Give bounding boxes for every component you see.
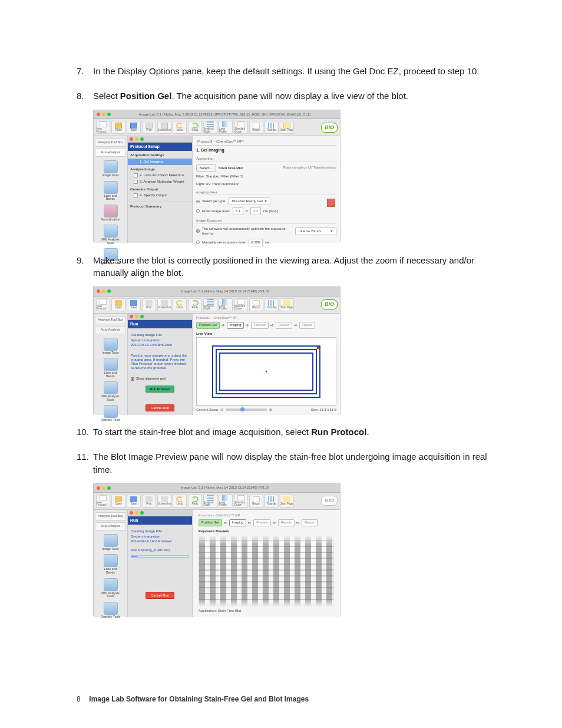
close-icon[interactable] (130, 315, 133, 318)
screenshot-button[interactable]: Screenshot (157, 121, 171, 134)
quantity-tools-button[interactable]: Quantity Tools (101, 405, 121, 422)
undo-button[interactable]: Undo (173, 121, 187, 134)
summary-section[interactable]: Protocol Summary (128, 202, 192, 210)
lane-profile-button[interactable]: Lane Profile (219, 495, 233, 508)
zoom-icon[interactable] (140, 137, 144, 141)
height-input[interactable]: 7.1 (250, 207, 261, 215)
start-page-button[interactable]: Start Page (280, 298, 294, 311)
new-protocol-button[interactable]: New Protocol (96, 495, 110, 508)
crop-handle-icon[interactable] (317, 347, 319, 349)
standard-curve-button[interactable]: Standard Curve (234, 298, 248, 311)
lane-bands-button[interactable]: Lane and Bands (101, 358, 121, 378)
mw-analysis-button[interactable]: MW Analysis Tools (101, 381, 121, 401)
zoom-icon[interactable] (140, 315, 144, 318)
zoom-icon[interactable] (140, 511, 144, 515)
mw-analysis-button[interactable]: MW Analysis Tools (101, 225, 121, 245)
report-button[interactable]: Report (249, 298, 263, 311)
image-tools-button[interactable]: Image Tools (101, 534, 121, 551)
image-tools-button[interactable]: Image Tools (101, 338, 121, 355)
print-button[interactable]: Print (142, 121, 156, 134)
analysis-table-button[interactable]: Analysis Table (203, 121, 217, 134)
analysis-table-button[interactable]: Analysis Table (203, 298, 217, 311)
report-button[interactable]: Report (302, 519, 318, 526)
zoom-slider[interactable] (226, 409, 267, 411)
exposure-time-input[interactable]: 0.500 (249, 239, 263, 246)
position-gel-button[interactable]: Position Gel (199, 519, 222, 526)
radio-auto-exposure[interactable] (196, 229, 200, 233)
new-protocol-button[interactable]: New Protocol (96, 298, 110, 311)
zoom-icon[interactable] (107, 113, 111, 116)
lane-bands-button[interactable]: Lane and Bands (101, 181, 121, 201)
save-button[interactable]: Save (127, 495, 141, 508)
show-grid-checkbox[interactable] (131, 377, 134, 381)
undo-button[interactable]: Undo (173, 495, 187, 508)
blot-crop-frame[interactable] (212, 345, 320, 398)
screenshot-button[interactable]: Screenshot (157, 298, 171, 311)
step-gel-imaging[interactable]: 1. Gel Imaging (128, 159, 192, 165)
minimize-icon[interactable] (135, 511, 138, 515)
analysis-table-button[interactable]: Analysis Table (203, 495, 217, 508)
exposure-mode-select[interactable]: Intense Bands (295, 228, 336, 235)
radio-enter-area[interactable] (196, 209, 200, 213)
mw-analysis-button[interactable]: MW Analysis Tools (101, 578, 121, 598)
lane-profile-button[interactable]: Lane Profile (219, 121, 233, 134)
slider-thumb-icon[interactable] (240, 407, 244, 411)
select-application-button[interactable]: Select... (196, 164, 216, 172)
results-button[interactable]: Results (278, 519, 295, 526)
close-icon[interactable] (130, 511, 133, 515)
imaging-button[interactable]: Imaging (229, 519, 247, 526)
print-button[interactable]: Print (142, 298, 156, 311)
minimize-icon[interactable] (102, 289, 105, 293)
image-tools-button[interactable]: Image Tools (101, 160, 121, 177)
radio-select-gel[interactable] (196, 200, 200, 203)
start-page-button[interactable]: Start Page (280, 121, 294, 134)
open-button[interactable]: Open (111, 298, 125, 311)
tutorials-button[interactable]: Tutorials (265, 495, 279, 508)
auto-analysis-button[interactable]: Auto-Analysis (95, 522, 126, 531)
standard-curve-button[interactable]: Standard Curve (234, 121, 248, 134)
results-button[interactable]: Results (276, 322, 292, 329)
new-protocol-button[interactable]: New Protocol (96, 121, 110, 134)
zoom-icon[interactable] (107, 486, 111, 490)
zoom-out-icon[interactable]: ⊖ (220, 407, 223, 412)
minimize-icon[interactable] (135, 315, 138, 318)
live-view-canvas[interactable] (196, 337, 336, 406)
zoom-in-icon[interactable]: ⊕ (269, 407, 272, 412)
standard-curve-button[interactable]: Standard Curve (234, 495, 248, 508)
gel-type-select[interactable]: Bio-Rad Ready Gel (229, 197, 270, 205)
redo-button[interactable]: Redo (188, 495, 202, 508)
start-page-button[interactable]: Start Page (280, 495, 294, 508)
normalization-button[interactable]: Normalization (101, 205, 121, 222)
report-button[interactable]: Report (299, 322, 315, 329)
step-mw[interactable]: 3. Analyze Molecular Weight (128, 179, 192, 185)
imaging-button[interactable]: Imaging (227, 322, 244, 329)
report-button[interactable]: Report (249, 495, 263, 508)
open-button[interactable]: Open (111, 121, 125, 134)
radio-manual-exposure[interactable] (196, 241, 200, 244)
redo-button[interactable]: Redo (188, 121, 202, 134)
lane-bands-button[interactable]: Lane and Bands (101, 554, 121, 574)
cancel-run-button[interactable]: Cancel Run (146, 404, 174, 411)
redo-button[interactable]: Redo (188, 298, 202, 311)
screenshot-button[interactable]: Screenshot (157, 495, 171, 508)
run-protocol-button[interactable]: Run Protocol (146, 386, 174, 393)
position-gel-button[interactable]: Position Gel (196, 322, 220, 329)
quantity-tools-button[interactable]: Quantity Tools (101, 602, 121, 619)
tutorials-button[interactable]: Tutorials (265, 121, 279, 134)
undo-button[interactable]: Undo (173, 298, 187, 311)
preview-button[interactable]: Preview (251, 322, 269, 329)
step-lane-band[interactable]: 2. Lane And Band Detection (128, 172, 192, 179)
save-button[interactable]: Save (127, 298, 141, 311)
report-button[interactable]: Report (249, 121, 263, 134)
close-icon[interactable] (130, 137, 133, 141)
preview-button[interactable]: Preview (253, 519, 271, 526)
close-icon[interactable] (97, 289, 100, 293)
zoom-icon[interactable] (107, 289, 111, 293)
step-output[interactable]: 4. Specify Output (128, 192, 192, 199)
close-icon[interactable] (97, 113, 100, 116)
open-button[interactable]: Open (111, 495, 125, 508)
close-icon[interactable] (97, 486, 100, 490)
minimize-icon[interactable] (135, 137, 138, 141)
minimize-icon[interactable] (102, 113, 105, 116)
tutorials-button[interactable]: Tutorials (265, 298, 279, 311)
